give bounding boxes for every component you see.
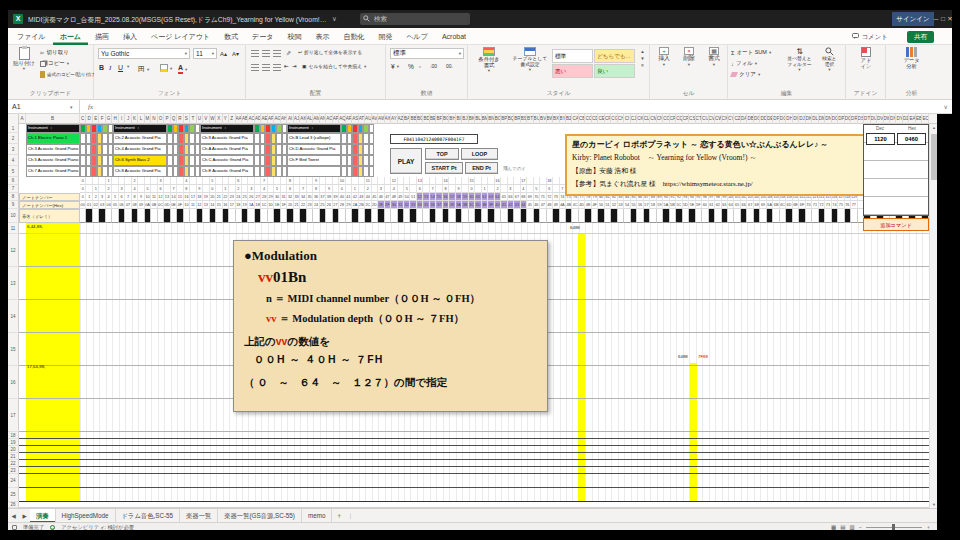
ribbon-tab-挿入[interactable]: 挿入	[116, 28, 144, 45]
beat-cell[interactable]: 2	[365, 185, 371, 193]
beat-cell[interactable]	[488, 185, 494, 193]
column-header[interactable]: DC	[754, 114, 760, 124]
note-name-cell[interactable]	[553, 209, 559, 223]
column-header[interactable]: CT	[696, 114, 702, 124]
note-number-hex-cell[interactable]: 65	[734, 201, 740, 209]
row-header[interactable]: 7	[8, 185, 19, 193]
note-name-cell[interactable]	[119, 209, 125, 223]
note-name-cell[interactable]	[365, 209, 371, 223]
beat-cell[interactable]	[138, 185, 144, 193]
row-header[interactable]: 19	[8, 439, 19, 446]
column-header[interactable]: BX	[553, 114, 559, 124]
increase-decimal-button[interactable]: .00	[430, 63, 437, 69]
formula-bar-expand-icon[interactable]: ∨	[944, 100, 948, 114]
vertical-scrollbar[interactable]: ▲ ▼	[929, 124, 937, 508]
column-header[interactable]: CA	[572, 114, 578, 124]
note-number-hex-cell[interactable]: 45	[527, 201, 533, 209]
note-name-cell[interactable]	[501, 209, 507, 223]
measure-cell[interactable]: 9	[313, 177, 319, 185]
column-header[interactable]: AK	[300, 114, 306, 124]
gallery-more-icon[interactable]: ≡	[641, 63, 644, 68]
note-number-hex-cell[interactable]: 61	[709, 201, 715, 209]
note-number-cell[interactable]: 45	[372, 193, 378, 201]
note-number-cell[interactable]: 38	[326, 193, 332, 201]
beat-cell[interactable]	[462, 185, 468, 193]
note-number-cell[interactable]: 18	[197, 193, 203, 201]
note-number-hex-cell[interactable]: 0F	[177, 201, 183, 209]
column-header[interactable]: Y	[223, 114, 229, 124]
column-header[interactable]: AY	[391, 114, 397, 124]
note-number-hex-cell[interactable]: 10	[184, 201, 190, 209]
measure-cell[interactable]: 6	[236, 177, 242, 185]
note-number-hex-cell[interactable]: 24	[313, 201, 319, 209]
instrument-flag-cell[interactable]	[369, 144, 375, 155]
beat-cell[interactable]: 6	[417, 185, 423, 193]
note-number-hex-cell[interactable]: 57	[644, 201, 650, 209]
align-middle-icon[interactable]	[262, 50, 270, 57]
measure-cell[interactable]	[274, 177, 280, 185]
column-header[interactable]: BJ	[462, 114, 468, 124]
note-number-hex-cell[interactable]: 26	[326, 201, 332, 209]
measure-cell[interactable]	[475, 177, 481, 185]
beat-cell[interactable]: 8	[184, 185, 190, 193]
page-layout-view-icon[interactable]: ▤	[840, 524, 845, 530]
note-number-hex-cell[interactable]: 0C	[158, 201, 164, 209]
beat-cell[interactable]	[501, 185, 507, 193]
measure-cell[interactable]	[326, 177, 332, 185]
search-input[interactable]: 検索	[360, 13, 470, 25]
note-number-hex-cell[interactable]: 6A	[767, 201, 773, 209]
note-number-cell[interactable]: 58	[456, 193, 462, 201]
column-header[interactable]: DD	[760, 114, 766, 124]
column-header[interactable]: AD	[255, 114, 261, 124]
beat-cell[interactable]: 1	[223, 185, 229, 193]
column-header[interactable]: CP	[670, 114, 676, 124]
note-number-hex-cell[interactable]: 37	[436, 201, 442, 209]
note-number-hex-cell[interactable]: 28	[339, 201, 345, 209]
beat-cell[interactable]	[385, 185, 391, 193]
ribbon-tab-描画[interactable]: 描画	[88, 28, 116, 45]
note-name-cell[interactable]	[845, 209, 851, 223]
scroll-up-icon[interactable]: ▲	[930, 125, 937, 130]
column-header[interactable]: R	[177, 114, 183, 124]
column-header[interactable]: BL	[475, 114, 481, 124]
column-header[interactable]: AT	[359, 114, 365, 124]
beat-cell[interactable]	[410, 185, 416, 193]
note-number-hex-cell[interactable]: 4A	[560, 201, 566, 209]
note-number-cell[interactable]: 5	[112, 193, 118, 201]
note-number-hex-cell[interactable]: 42	[508, 201, 514, 209]
note-number-hex-cell[interactable]: 50	[598, 201, 604, 209]
row-header[interactable]: 8	[8, 193, 19, 201]
ribbon-tab-表示[interactable]: 表示	[308, 28, 336, 45]
column-header[interactable]: A	[19, 114, 26, 124]
note-name-cell[interactable]	[112, 209, 118, 223]
note-name-cell[interactable]	[592, 209, 598, 223]
insert-function-button[interactable]: fx	[88, 100, 93, 114]
sheet-tab-HighSpeedMode[interactable]: HighSpeedMode	[56, 509, 116, 523]
beat-cell[interactable]: 1	[93, 185, 99, 193]
note-name-cell[interactable]	[456, 209, 462, 223]
note-name-cell[interactable]	[398, 209, 404, 223]
column-header[interactable]: AA	[236, 114, 242, 124]
note-number-cell[interactable]: 1	[86, 193, 92, 201]
note-name-cell[interactable]	[132, 209, 138, 223]
column-header[interactable]: AG	[274, 114, 280, 124]
column-header[interactable]: BS	[521, 114, 527, 124]
column-header[interactable]: AF	[268, 114, 274, 124]
grow-font-button[interactable]: A▴	[220, 50, 227, 57]
beat-cell[interactable]	[359, 185, 365, 193]
beat-cell[interactable]: 9	[326, 185, 332, 193]
paste-button[interactable]: 貼り付け▾	[11, 47, 37, 89]
instrument-cell[interactable]: Ch.1 Electric Piano 1	[26, 133, 80, 144]
beat-cell[interactable]: 8	[443, 185, 449, 193]
beat-cell[interactable]	[255, 185, 261, 193]
column-header[interactable]: CR	[683, 114, 689, 124]
format-as-table-button[interactable]: テーブルとして 書式設定▾	[510, 47, 550, 89]
underline-dropdown[interactable]: ▾	[127, 64, 129, 69]
instrument-cell[interactable]: Ch.8 Acoustic Grand Pia	[113, 166, 167, 177]
percent-button[interactable]: %	[408, 63, 414, 70]
note-name-cell[interactable]	[527, 209, 533, 223]
merge-center-button[interactable]: ▣セルを結合して中央揃え▾	[302, 63, 366, 69]
column-header[interactable]: P	[164, 114, 170, 124]
measure-cell[interactable]	[534, 177, 540, 185]
row-header[interactable]: 3	[8, 144, 19, 155]
